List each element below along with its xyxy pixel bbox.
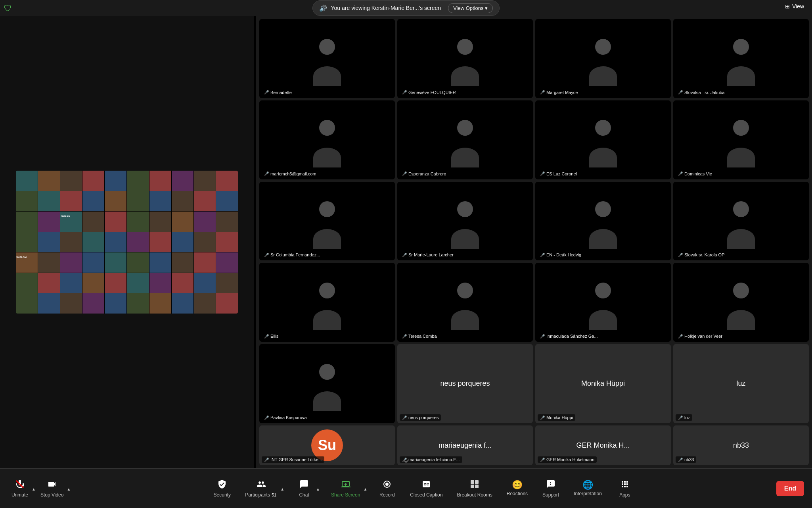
participant-name: Slovak sr. Karola OP bbox=[684, 252, 725, 257]
interpretation-button[interactable]: 🌐 Interpretation bbox=[571, 478, 605, 499]
view-button[interactable]: ⊞ View bbox=[785, 3, 804, 10]
collage-cell bbox=[60, 171, 82, 191]
stop-video-button[interactable]: Stop Video bbox=[37, 477, 67, 500]
participant-video bbox=[535, 100, 671, 179]
share-screen-chevron[interactable]: ▲ bbox=[363, 487, 367, 491]
participant-tile[interactable]: 🎤 Inmaculada Sánchez Ga... bbox=[535, 263, 671, 342]
mic-muted-icon: 🎤 bbox=[264, 253, 269, 257]
collage-cell bbox=[105, 171, 126, 191]
participant-tile[interactable]: luz 🎤 luz bbox=[673, 344, 809, 423]
participant-tile[interactable]: 🎤 Slovak sr. Karola OP bbox=[673, 182, 809, 261]
participant-tile[interactable]: 🎤 Sr Columbia Fernandez... bbox=[259, 182, 395, 261]
participant-name-label: 🎤 Slovak sr. Karola OP bbox=[676, 252, 727, 258]
mic-muted-icon: 🎤 bbox=[402, 334, 407, 339]
view-label: View bbox=[792, 3, 804, 10]
collage-cell bbox=[127, 171, 149, 191]
participant-video bbox=[397, 19, 533, 98]
chat-chevron[interactable]: ▲ bbox=[316, 487, 320, 491]
participant-tile[interactable]: 🎤 mariemch5@gmail.com bbox=[259, 100, 395, 179]
participant-tile[interactable]: 🎤 Sr Marie-Laure Larcher bbox=[397, 182, 533, 261]
interpretation-label: Interpretation bbox=[574, 491, 602, 496]
security-button[interactable]: Security bbox=[210, 477, 234, 500]
participant-name-label: 🎤 Holkje van der Veer bbox=[676, 333, 725, 339]
participant-tile[interactable]: mariaeugenia f... 🎤 mariaeugenia felicia… bbox=[397, 425, 533, 465]
security-icon bbox=[217, 479, 227, 491]
mic-muted-icon: 🎤 bbox=[402, 171, 407, 176]
apps-icon bbox=[620, 479, 630, 491]
chat-label: Chat bbox=[299, 492, 309, 498]
reactions-icon: 😊 bbox=[512, 481, 523, 489]
collage-cell bbox=[149, 232, 171, 252]
collage-cell bbox=[127, 212, 149, 232]
reactions-button[interactable]: 😊 Reactions bbox=[504, 478, 531, 499]
participant-tile[interactable]: neus porqueres 🎤 neus porqueres bbox=[397, 344, 533, 423]
support-icon bbox=[546, 479, 555, 491]
participant-tile[interactable]: 🎤 ES Luz Coronel bbox=[535, 100, 671, 179]
participant-tile[interactable]: 🎤 Bernadette bbox=[259, 19, 395, 98]
share-screen-button[interactable]: Share Screen bbox=[328, 477, 363, 500]
participant-display-name: nb33 bbox=[730, 438, 752, 453]
participant-name-label: 🎤 Slovakia - sr. Jakuba bbox=[676, 89, 727, 96]
end-button[interactable]: End bbox=[776, 481, 804, 496]
collage-cell bbox=[194, 191, 216, 212]
collage-cell bbox=[194, 232, 216, 252]
participant-tile[interactable]: 🎤 Teresa Comba bbox=[397, 263, 533, 342]
breakout-rooms-button[interactable]: Breakout Rooms bbox=[454, 477, 495, 500]
collage-cell bbox=[194, 293, 216, 314]
participant-tile[interactable]: 🎤 Pavlina Kasparova bbox=[259, 344, 395, 423]
collage-cell bbox=[194, 252, 216, 273]
participant-name: Teresa Comba bbox=[408, 334, 437, 339]
participant-name: Slovakia - sr. Jakuba bbox=[684, 90, 725, 95]
closed-caption-button[interactable]: Closed Caption bbox=[407, 477, 446, 500]
participants-button[interactable]: Participants 51 bbox=[242, 477, 280, 500]
mic-icon bbox=[15, 479, 25, 491]
shared-screen-content: ZIMRAN SHALOM bbox=[16, 171, 238, 314]
screen-share-panel: ZIMRAN SHALOM bbox=[0, 16, 254, 468]
participant-name-label: 🎤 GER Monika Hukelmann bbox=[538, 456, 597, 463]
participant-name: Bernadette bbox=[270, 90, 292, 95]
collapse-down-arrow[interactable]: ⌄ bbox=[402, 454, 410, 465]
collage-cell bbox=[149, 212, 171, 232]
participant-name: mariaeugenia feliciano.E... bbox=[408, 457, 460, 462]
participant-tile[interactable]: 🎤 Slovakia - sr. Jakuba bbox=[673, 19, 809, 98]
security-label: Security bbox=[214, 492, 231, 498]
participant-name-label: 🎤 ES Luz Coronel bbox=[538, 171, 579, 177]
participant-tile[interactable]: 🎤 Eilis bbox=[259, 263, 395, 342]
participant-tile[interactable]: Monika Hüppi 🎤 Monika Hüppi bbox=[535, 344, 671, 423]
apps-button[interactable]: Apps bbox=[613, 477, 637, 500]
participant-tile[interactable]: 🎤 Dominicas Vic bbox=[673, 100, 809, 179]
video-chevron[interactable]: ▲ bbox=[67, 487, 71, 491]
view-options-button[interactable]: View Options ▾ bbox=[448, 3, 493, 13]
collage-cell bbox=[149, 191, 171, 212]
participant-tile[interactable]: 🎤 Geneviève FOULQUIER bbox=[397, 19, 533, 98]
participant-video bbox=[673, 263, 809, 342]
chat-button[interactable]: Chat bbox=[292, 477, 316, 500]
support-button[interactable]: Support bbox=[539, 477, 563, 500]
top-notification-bar: 🔊 You are viewing Kerstin-Marie Ber...'s… bbox=[0, 0, 812, 16]
mic-muted-icon: 🎤 bbox=[678, 458, 683, 462]
participant-name-label: 🎤 Inmaculada Sánchez Ga... bbox=[538, 333, 600, 339]
participant-name-label: 🎤 mariemch5@gmail.com bbox=[262, 171, 319, 177]
collage-cell bbox=[38, 212, 60, 232]
collage-cell bbox=[38, 273, 60, 293]
mic-muted-icon: 🎤 bbox=[540, 334, 545, 339]
participant-name-label: 🎤 luz bbox=[676, 414, 692, 421]
collage-cell bbox=[105, 273, 126, 293]
collage-cell bbox=[82, 273, 104, 293]
participant-tile[interactable]: 🎤 Esperanza Cabrero bbox=[397, 100, 533, 179]
mic-muted-icon: 🎤 bbox=[264, 171, 269, 176]
participant-tile[interactable]: Su 🎤 INT GER Susanne Lütke... bbox=[259, 425, 395, 465]
svg-rect-3 bbox=[471, 480, 474, 484]
participant-tile[interactable]: 🎤 EN - Deák Hedvig bbox=[535, 182, 671, 261]
participant-tile[interactable]: nb33 🎤 nb33 bbox=[673, 425, 809, 465]
record-button[interactable]: Record bbox=[375, 477, 399, 500]
participant-tile[interactable]: GER Monika H... 🎤 GER Monika Hukelmann bbox=[535, 425, 671, 465]
unmute-chevron[interactable]: ▲ bbox=[32, 487, 36, 491]
collage-cell bbox=[105, 191, 126, 212]
participants-chevron[interactable]: ▲ bbox=[280, 487, 284, 491]
participant-tile[interactable]: 🎤 Margaret Mayce bbox=[535, 19, 671, 98]
unmute-button[interactable]: Unmute bbox=[8, 477, 32, 500]
mic-muted-icon: 🎤 bbox=[678, 90, 683, 94]
collage-cell bbox=[60, 273, 82, 293]
participant-tile[interactable]: 🎤 Holkje van der Veer bbox=[673, 263, 809, 342]
